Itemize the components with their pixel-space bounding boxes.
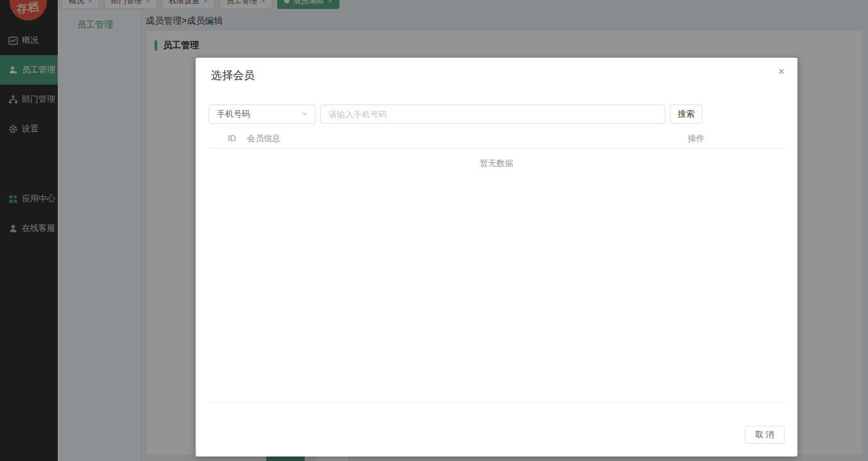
search-row: 手机号码 搜索: [208, 105, 702, 124]
search-input[interactable]: [320, 105, 665, 124]
table-empty-area: [208, 178, 785, 402]
close-icon[interactable]: ×: [778, 67, 785, 77]
empty-state-text: 暂无数据: [208, 149, 785, 178]
filter-type-select[interactable]: 手机号码: [208, 105, 316, 124]
dialog-body: 手机号码 搜索 ID 会员信息 操作 暂无数据: [196, 83, 797, 403]
table-header-row: ID 会员信息 操作: [208, 128, 785, 149]
dialog-title: 选择会员: [211, 68, 782, 83]
dialog-footer: 取 消: [196, 403, 797, 457]
dialog-header: 选择会员 ×: [196, 58, 797, 83]
column-header-id: ID: [208, 133, 247, 143]
chevron-down-icon: [301, 108, 309, 120]
column-header-action: 操作: [688, 133, 704, 144]
cancel-button[interactable]: 取 消: [745, 426, 785, 444]
search-button[interactable]: 搜索: [670, 105, 702, 124]
app-window: 存档 概况 员工管理 部门管理: [0, 0, 868, 461]
select-member-dialog: 选择会员 × 手机号码 搜索 ID 会员信息 操作 暂无数据: [196, 58, 797, 457]
filter-type-value: 手机号码: [217, 108, 301, 120]
column-header-member-info: 会员信息: [247, 133, 688, 144]
